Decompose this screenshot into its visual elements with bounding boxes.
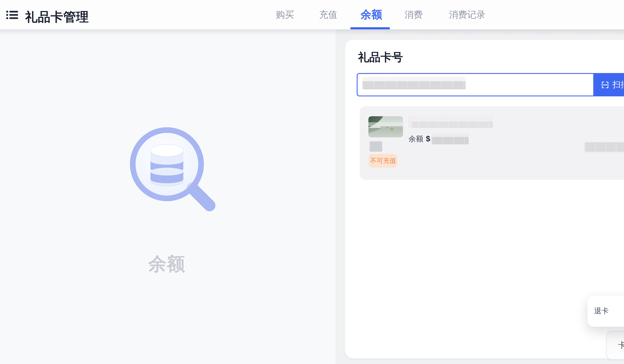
scan-button-label: 扫描 xyxy=(613,79,624,90)
scan-icon xyxy=(601,81,609,89)
card-number-row: 扫描 xyxy=(357,73,624,97)
tab-balance[interactable]: 余额 xyxy=(359,0,384,29)
currency-symbol: $ xyxy=(426,134,430,143)
section-heading: 礼品卡号 xyxy=(358,50,403,65)
tab-consume-records[interactable]: 消费记录 xyxy=(448,0,486,29)
redacted-card-title xyxy=(408,116,493,128)
redacted-card-number xyxy=(362,77,466,89)
app-root: 礼品卡管理 购买 充值 余额 消费 消费记录 xyxy=(0,0,624,364)
menu-item-return-card[interactable]: 退卡 xyxy=(588,296,624,327)
card-thumbnail xyxy=(368,116,403,138)
lake-photo-thumbnail xyxy=(368,116,403,138)
menu-button[interactable] xyxy=(6,10,18,20)
main-content: 余额 礼品卡号 扫描 xyxy=(0,29,624,364)
app-header: 礼品卡管理 购买 充值 余额 消费 消费记录 xyxy=(0,0,624,29)
gift-card-panel: 礼品卡号 扫描 xyxy=(345,40,624,358)
balance-watermark: 余额 xyxy=(124,252,210,276)
list-icon xyxy=(6,10,18,20)
empty-state-panel: 余额 xyxy=(0,29,336,364)
card-actions-button[interactable]: 卡片操作 xyxy=(606,331,624,360)
tab-purchase[interactable]: 购买 xyxy=(275,0,294,29)
gift-card-item[interactable]: 余额 $ 不可充值 xyxy=(360,106,624,180)
redacted-card-info xyxy=(585,142,624,152)
balance-label: 余额 xyxy=(409,134,423,144)
non-rechargeable-badge: 不可充值 xyxy=(369,154,397,168)
page-title: 礼品卡管理 xyxy=(25,9,89,26)
card-actions-menu: 退卡 xyxy=(588,296,624,327)
scan-button[interactable]: 扫描 xyxy=(594,73,624,97)
balance-row: 余额 $ xyxy=(409,133,469,144)
magnifier-database-illustration xyxy=(121,124,216,215)
tab-recharge[interactable]: 充值 xyxy=(318,0,338,29)
redacted-tag xyxy=(370,141,382,152)
balance-section: 礼品卡号 扫描 xyxy=(336,29,624,364)
active-tab-underline xyxy=(350,27,390,29)
tab-consume[interactable]: 消费 xyxy=(404,0,423,29)
redacted-balance-amount xyxy=(432,133,469,144)
